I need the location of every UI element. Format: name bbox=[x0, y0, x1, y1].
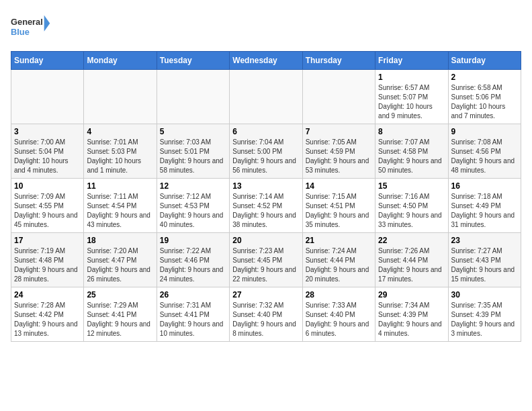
day-cell: 19Sunrise: 7:22 AM Sunset: 4:46 PM Dayli… bbox=[157, 233, 229, 287]
day-number: 22 bbox=[378, 236, 445, 245]
day-number: 13 bbox=[232, 181, 299, 191]
day-cell bbox=[84, 70, 157, 124]
svg-marker-2 bbox=[44, 15, 50, 32]
day-cell bbox=[230, 70, 302, 124]
day-info: Sunrise: 7:28 AM Sunset: 4:42 PM Dayligh… bbox=[14, 301, 81, 338]
day-cell: 24Sunrise: 7:28 AM Sunset: 4:42 PM Dayli… bbox=[11, 287, 84, 342]
day-info: Sunrise: 7:34 AM Sunset: 4:39 PM Dayligh… bbox=[378, 301, 445, 338]
header: General Blue bbox=[11, 11, 521, 43]
logo-svg: General Blue bbox=[11, 11, 51, 43]
calendar-table: SundayMondayTuesdayWednesdayThursdayFrid… bbox=[11, 51, 521, 342]
day-cell: 18Sunrise: 7:20 AM Sunset: 4:47 PM Dayli… bbox=[84, 233, 157, 287]
day-cell: 25Sunrise: 7:29 AM Sunset: 4:41 PM Dayli… bbox=[84, 287, 157, 342]
day-info: Sunrise: 7:32 AM Sunset: 4:40 PM Dayligh… bbox=[232, 301, 299, 338]
day-cell: 22Sunrise: 7:26 AM Sunset: 4:44 PM Dayli… bbox=[375, 233, 448, 287]
svg-text:Blue: Blue bbox=[11, 27, 30, 37]
day-info: Sunrise: 7:01 AM Sunset: 5:03 PM Dayligh… bbox=[87, 138, 153, 175]
day-number: 23 bbox=[451, 236, 518, 245]
day-number: 14 bbox=[306, 181, 372, 191]
day-cell: 10Sunrise: 7:09 AM Sunset: 4:55 PM Dayli… bbox=[11, 179, 84, 233]
day-number: 5 bbox=[160, 127, 226, 136]
week-row-4: 17Sunrise: 7:19 AM Sunset: 4:48 PM Dayli… bbox=[11, 233, 521, 287]
day-info: Sunrise: 7:22 AM Sunset: 4:46 PM Dayligh… bbox=[160, 246, 226, 284]
day-cell: 17Sunrise: 7:19 AM Sunset: 4:48 PM Dayli… bbox=[11, 233, 84, 287]
day-info: Sunrise: 7:08 AM Sunset: 4:56 PM Dayligh… bbox=[451, 138, 518, 175]
day-info: Sunrise: 7:00 AM Sunset: 5:04 PM Dayligh… bbox=[14, 138, 81, 175]
col-header-sunday: Sunday bbox=[11, 52, 84, 70]
day-info: Sunrise: 7:27 AM Sunset: 4:43 PM Dayligh… bbox=[451, 246, 518, 284]
day-number: 19 bbox=[160, 236, 226, 245]
col-header-tuesday: Tuesday bbox=[157, 52, 229, 70]
day-cell: 12Sunrise: 7:12 AM Sunset: 4:53 PM Dayli… bbox=[157, 179, 229, 233]
day-info: Sunrise: 7:20 AM Sunset: 4:47 PM Dayligh… bbox=[87, 246, 153, 284]
week-row-3: 10Sunrise: 7:09 AM Sunset: 4:55 PM Dayli… bbox=[11, 179, 521, 233]
day-number: 30 bbox=[451, 290, 518, 300]
day-info: Sunrise: 6:57 AM Sunset: 5:07 PM Dayligh… bbox=[378, 83, 445, 121]
day-number: 21 bbox=[306, 236, 372, 245]
day-info: Sunrise: 7:11 AM Sunset: 4:54 PM Dayligh… bbox=[87, 192, 153, 230]
day-number: 15 bbox=[378, 181, 445, 191]
day-number: 24 bbox=[14, 290, 81, 300]
day-info: Sunrise: 7:16 AM Sunset: 4:50 PM Dayligh… bbox=[378, 192, 445, 230]
day-info: Sunrise: 7:14 AM Sunset: 4:52 PM Dayligh… bbox=[232, 192, 299, 230]
day-number: 18 bbox=[87, 236, 153, 245]
day-cell: 9Sunrise: 7:08 AM Sunset: 4:56 PM Daylig… bbox=[448, 124, 521, 179]
day-cell: 26Sunrise: 7:31 AM Sunset: 4:41 PM Dayli… bbox=[157, 287, 229, 342]
day-number: 1 bbox=[378, 73, 445, 82]
logo: General Blue bbox=[11, 11, 51, 43]
header-row: SundayMondayTuesdayWednesdayThursdayFrid… bbox=[11, 52, 521, 70]
day-number: 11 bbox=[87, 181, 153, 191]
col-header-wednesday: Wednesday bbox=[230, 52, 302, 70]
day-info: Sunrise: 7:31 AM Sunset: 4:41 PM Dayligh… bbox=[160, 301, 226, 338]
day-number: 4 bbox=[87, 127, 153, 136]
day-number: 29 bbox=[378, 290, 445, 300]
day-info: Sunrise: 7:03 AM Sunset: 5:01 PM Dayligh… bbox=[160, 138, 226, 175]
day-info: Sunrise: 7:19 AM Sunset: 4:48 PM Dayligh… bbox=[14, 246, 81, 284]
day-cell: 16Sunrise: 7:18 AM Sunset: 4:49 PM Dayli… bbox=[448, 179, 521, 233]
col-header-friday: Friday bbox=[375, 52, 448, 70]
day-cell: 6Sunrise: 7:04 AM Sunset: 5:00 PM Daylig… bbox=[230, 124, 302, 179]
day-info: Sunrise: 6:58 AM Sunset: 5:06 PM Dayligh… bbox=[451, 83, 518, 121]
day-info: Sunrise: 7:33 AM Sunset: 4:40 PM Dayligh… bbox=[306, 301, 372, 338]
day-number: 6 bbox=[232, 127, 299, 136]
day-info: Sunrise: 7:04 AM Sunset: 5:00 PM Dayligh… bbox=[232, 138, 299, 175]
day-info: Sunrise: 7:05 AM Sunset: 4:59 PM Dayligh… bbox=[306, 138, 372, 175]
week-row-1: 1Sunrise: 6:57 AM Sunset: 5:07 PM Daylig… bbox=[11, 70, 521, 124]
day-info: Sunrise: 7:35 AM Sunset: 4:39 PM Dayligh… bbox=[451, 301, 518, 338]
day-cell: 20Sunrise: 7:23 AM Sunset: 4:45 PM Dayli… bbox=[230, 233, 302, 287]
day-cell: 4Sunrise: 7:01 AM Sunset: 5:03 PM Daylig… bbox=[84, 124, 157, 179]
day-cell: 28Sunrise: 7:33 AM Sunset: 4:40 PM Dayli… bbox=[302, 287, 375, 342]
day-number: 10 bbox=[14, 181, 81, 191]
day-info: Sunrise: 7:29 AM Sunset: 4:41 PM Dayligh… bbox=[87, 301, 153, 338]
day-info: Sunrise: 7:12 AM Sunset: 4:53 PM Dayligh… bbox=[160, 192, 226, 230]
day-cell bbox=[302, 70, 375, 124]
day-info: Sunrise: 7:26 AM Sunset: 4:44 PM Dayligh… bbox=[378, 246, 445, 284]
day-cell: 8Sunrise: 7:07 AM Sunset: 4:58 PM Daylig… bbox=[375, 124, 448, 179]
day-info: Sunrise: 7:09 AM Sunset: 4:55 PM Dayligh… bbox=[14, 192, 81, 230]
day-info: Sunrise: 7:24 AM Sunset: 4:44 PM Dayligh… bbox=[306, 246, 372, 284]
day-info: Sunrise: 7:23 AM Sunset: 4:45 PM Dayligh… bbox=[232, 246, 299, 284]
day-cell: 2Sunrise: 6:58 AM Sunset: 5:06 PM Daylig… bbox=[448, 70, 521, 124]
day-cell: 13Sunrise: 7:14 AM Sunset: 4:52 PM Dayli… bbox=[230, 179, 302, 233]
day-cell: 27Sunrise: 7:32 AM Sunset: 4:40 PM Dayli… bbox=[230, 287, 302, 342]
day-number: 25 bbox=[87, 290, 153, 300]
day-cell bbox=[11, 70, 84, 124]
day-number: 17 bbox=[14, 236, 81, 245]
col-header-saturday: Saturday bbox=[448, 52, 521, 70]
day-cell: 14Sunrise: 7:15 AM Sunset: 4:51 PM Dayli… bbox=[302, 179, 375, 233]
day-number: 9 bbox=[451, 127, 518, 136]
day-cell: 7Sunrise: 7:05 AM Sunset: 4:59 PM Daylig… bbox=[302, 124, 375, 179]
day-number: 16 bbox=[451, 181, 518, 191]
day-cell: 11Sunrise: 7:11 AM Sunset: 4:54 PM Dayli… bbox=[84, 179, 157, 233]
day-cell: 1Sunrise: 6:57 AM Sunset: 5:07 PM Daylig… bbox=[375, 70, 448, 124]
day-number: 8 bbox=[378, 127, 445, 136]
col-header-monday: Monday bbox=[84, 52, 157, 70]
week-row-2: 3Sunrise: 7:00 AM Sunset: 5:04 PM Daylig… bbox=[11, 124, 521, 179]
svg-text:General: General bbox=[11, 17, 43, 27]
day-cell bbox=[157, 70, 229, 124]
day-number: 7 bbox=[306, 127, 372, 136]
day-info: Sunrise: 7:15 AM Sunset: 4:51 PM Dayligh… bbox=[306, 192, 372, 230]
day-cell: 15Sunrise: 7:16 AM Sunset: 4:50 PM Dayli… bbox=[375, 179, 448, 233]
day-cell: 30Sunrise: 7:35 AM Sunset: 4:39 PM Dayli… bbox=[448, 287, 521, 342]
day-info: Sunrise: 7:18 AM Sunset: 4:49 PM Dayligh… bbox=[451, 192, 518, 230]
